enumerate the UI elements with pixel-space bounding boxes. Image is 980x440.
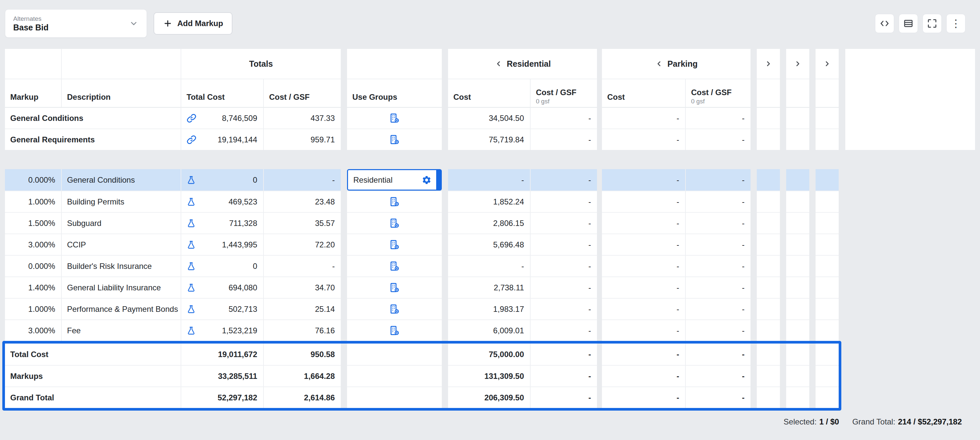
residential-cost-cell[interactable]: 34,504.50 — [448, 107, 531, 129]
residential-cost-gsf-cell[interactable]: - — [531, 319, 597, 341]
cost-gsf-cell[interactable]: 959.71 — [264, 129, 341, 150]
residential-cost-gsf-cell[interactable]: - — [531, 298, 597, 319]
cost-gsf-cell[interactable]: 72.20 — [264, 234, 341, 255]
parking-cost-cell[interactable]: - — [602, 298, 686, 319]
markup-percent-cell[interactable]: 0.000% — [5, 169, 62, 191]
total-cost-cell[interactable]: 502,713 — [181, 298, 264, 319]
use-groups-cell[interactable] — [347, 191, 442, 212]
alternates-selector[interactable]: Alternates Base Bid — [5, 9, 147, 38]
expand-column-button[interactable] — [757, 49, 780, 79]
parking-cost-cell[interactable]: - — [602, 319, 686, 341]
residential-cost-cell[interactable]: 5,696.48 — [448, 234, 531, 255]
parking-cost-gsf-cell[interactable]: - — [686, 129, 751, 150]
total-cost-cell[interactable]: 0 — [181, 169, 264, 191]
description-cell[interactable]: General Conditions — [62, 169, 181, 191]
residential-cost-cell[interactable]: 2,738.11 — [448, 276, 531, 298]
cost-gsf-cell[interactable]: 76.16 — [264, 319, 341, 341]
expand-column-button[interactable] — [816, 49, 839, 79]
residential-cost-gsf-cell[interactable]: - — [531, 169, 597, 191]
residential-cost-cell[interactable]: 2,806.15 — [448, 212, 531, 234]
cost-gsf-cell[interactable]: - — [264, 255, 341, 276]
total-cost-cell[interactable]: 0 — [181, 255, 264, 276]
total-cost-cell[interactable]: 711,328 — [181, 212, 264, 234]
cost-gsf-cell[interactable]: 25.14 — [264, 298, 341, 319]
parking-cost-gsf-cell[interactable]: - — [686, 234, 751, 255]
description-cell[interactable]: Performance & Payment Bonds — [62, 298, 181, 319]
cost-gsf-cell[interactable]: 437.33 — [264, 107, 341, 129]
markup-percent-cell[interactable]: 1.400% — [5, 276, 62, 298]
parking-cost-cell[interactable]: - — [602, 129, 686, 150]
markup-percent-cell[interactable]: 0.000% — [5, 255, 62, 276]
gear-icon[interactable] — [422, 175, 431, 185]
residential-cost-cell[interactable]: 1,983.17 — [448, 298, 531, 319]
use-groups-cell[interactable] — [347, 234, 442, 255]
parking-cost-cell[interactable]: - — [602, 191, 686, 212]
parking-cost-cell[interactable]: - — [602, 169, 686, 191]
total-cost-cell[interactable]: 1,523,219 — [181, 319, 264, 341]
use-groups-cell[interactable] — [347, 107, 442, 129]
use-groups-cell[interactable] — [347, 255, 442, 276]
residential-cost-cell[interactable]: - — [448, 169, 531, 191]
residential-cost-cell[interactable]: - — [448, 255, 531, 276]
markup-percent-cell[interactable]: 3.000% — [5, 234, 62, 255]
reference-name-cell[interactable]: General Conditions — [5, 107, 181, 129]
parking-cost-gsf-cell[interactable]: - — [686, 107, 751, 129]
total-cost-cell[interactable]: 694,080 — [181, 276, 264, 298]
residential-cost-cell[interactable]: 1,852.24 — [448, 191, 531, 212]
parking-cost-cell[interactable]: - — [602, 255, 686, 276]
use-groups-cell[interactable] — [347, 319, 442, 341]
markup-percent-cell[interactable]: 3.000% — [5, 319, 62, 341]
add-markup-button[interactable]: Add Markup — [154, 12, 232, 35]
residential-cost-gsf-cell[interactable]: - — [531, 234, 597, 255]
parking-cost-cell[interactable]: - — [602, 212, 686, 234]
residential-cost-gsf-cell[interactable]: - — [531, 107, 597, 129]
description-cell[interactable]: Building Permits — [62, 191, 181, 212]
fullscreen-button[interactable] — [923, 14, 942, 33]
residential-cost-cell[interactable]: 75,719.84 — [448, 129, 531, 150]
residential-cost-gsf-cell[interactable]: - — [531, 212, 597, 234]
parking-cost-gsf-cell[interactable]: - — [686, 255, 751, 276]
residential-cost-gsf-cell[interactable]: - — [531, 129, 597, 150]
residential-cost-gsf-cell[interactable]: - — [531, 255, 597, 276]
residential-cost-gsf-cell[interactable]: - — [531, 191, 597, 212]
collapse-parking-button[interactable] — [655, 59, 663, 68]
parking-cost-cell[interactable]: - — [602, 107, 686, 129]
parking-cost-gsf-cell[interactable]: - — [686, 169, 751, 191]
use-groups-cell[interactable] — [347, 276, 442, 298]
description-cell[interactable]: Builder's Risk Insurance — [62, 255, 181, 276]
total-cost-cell[interactable]: 19,194,144 — [181, 129, 264, 150]
use-groups-cell[interactable] — [347, 298, 442, 319]
table-view-button[interactable] — [899, 14, 918, 33]
parking-cost-gsf-cell[interactable]: - — [686, 212, 751, 234]
total-cost-cell[interactable]: 469,523 — [181, 191, 264, 212]
markup-percent-cell[interactable]: 1.500% — [5, 212, 62, 234]
use-groups-cell-selected[interactable]: Residential — [347, 169, 442, 191]
parking-cost-gsf-cell[interactable]: - — [686, 276, 751, 298]
parking-cost-cell[interactable]: - — [602, 234, 686, 255]
cost-gsf-cell[interactable]: 35.57 — [264, 212, 341, 234]
reference-name-cell[interactable]: General Requirements — [5, 129, 181, 150]
cost-gsf-cell[interactable]: 23.48 — [264, 191, 341, 212]
markup-percent-cell[interactable]: 1.000% — [5, 298, 62, 319]
parking-cost-gsf-cell[interactable]: - — [686, 191, 751, 212]
total-cost-cell[interactable]: 8,746,509 — [181, 107, 264, 129]
cost-gsf-cell[interactable]: 34.70 — [264, 276, 341, 298]
cost-gsf-cell[interactable]: - — [264, 169, 341, 191]
total-cost-cell[interactable]: 1,443,995 — [181, 234, 264, 255]
description-cell[interactable]: CCIP — [62, 234, 181, 255]
parking-cost-cell[interactable]: - — [602, 276, 686, 298]
collapse-residential-button[interactable] — [494, 59, 503, 68]
use-groups-cell[interactable] — [347, 129, 442, 150]
parking-cost-gsf-cell[interactable]: - — [686, 319, 751, 341]
description-cell[interactable]: Fee — [62, 319, 181, 341]
more-options-button[interactable]: ⋮ — [946, 14, 966, 33]
description-cell[interactable]: General Liability Insurance — [62, 276, 181, 298]
fill-handle[interactable] — [436, 170, 441, 190]
use-groups-cell[interactable] — [347, 212, 442, 234]
markup-percent-cell[interactable]: 1.000% — [5, 191, 62, 212]
expand-column-button[interactable] — [786, 49, 809, 79]
code-view-button[interactable] — [875, 14, 894, 33]
residential-cost-cell[interactable]: 6,009.01 — [448, 319, 531, 341]
residential-cost-gsf-cell[interactable]: - — [531, 276, 597, 298]
parking-cost-gsf-cell[interactable]: - — [686, 298, 751, 319]
